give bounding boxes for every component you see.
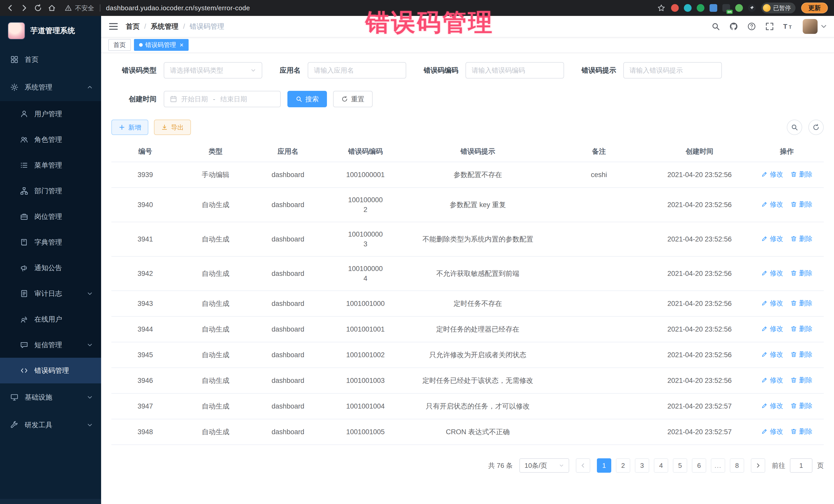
extension-icon[interactable] xyxy=(671,4,679,12)
edit-link[interactable]: 修改 xyxy=(761,268,783,278)
extension-icon[interactable] xyxy=(684,4,692,12)
org-icon xyxy=(20,187,28,195)
delete-link[interactable]: 删除 xyxy=(790,426,812,436)
page-ellipsis[interactable]: ... xyxy=(711,458,725,473)
chevron-down-icon xyxy=(87,394,93,400)
breadcrumb-item[interactable]: 系统管理 xyxy=(151,22,179,31)
header-search-icon[interactable] xyxy=(711,22,720,31)
delete-link[interactable]: 删除 xyxy=(790,401,812,411)
update-button[interactable]: 更新 xyxy=(801,3,828,13)
help-icon[interactable] xyxy=(747,22,756,31)
next-page-button[interactable] xyxy=(751,458,765,473)
sidebar-item-dict[interactable]: 字典管理 xyxy=(0,229,101,255)
address-bar[interactable]: dashboard.yudao.iocoder.cn/system/error-… xyxy=(106,4,250,12)
back-icon[interactable] xyxy=(6,4,14,12)
sidebar-item-online-user[interactable]: 在线用户 xyxy=(0,306,101,332)
bookmark-star-icon[interactable] xyxy=(657,4,665,12)
edit-link[interactable]: 修改 xyxy=(761,426,783,436)
edit-link[interactable]: 修改 xyxy=(761,234,783,243)
refresh-icon[interactable] xyxy=(34,4,42,12)
sidebar-item-menu[interactable]: 菜单管理 xyxy=(0,152,101,178)
edit-link[interactable]: 修改 xyxy=(761,169,783,179)
error-msg-input[interactable] xyxy=(623,62,722,79)
page-size-select[interactable]: 10条/页 xyxy=(520,458,569,473)
edit-link[interactable]: 修改 xyxy=(761,199,783,209)
sidebar-item-error-code[interactable]: 错误码管理 xyxy=(0,358,101,384)
delete-link[interactable]: 删除 xyxy=(790,350,812,359)
actions-cell: 修改删除 xyxy=(750,162,824,188)
logo[interactable]: 芋道管理系统 xyxy=(0,16,101,46)
add-button[interactable]: 新增 xyxy=(111,119,148,135)
edit-link[interactable]: 修改 xyxy=(761,375,783,385)
delete-link[interactable]: 删除 xyxy=(790,169,812,179)
delete-link[interactable]: 删除 xyxy=(790,199,812,209)
forward-icon[interactable] xyxy=(20,4,28,12)
edit-link[interactable]: 修改 xyxy=(761,324,783,334)
sidebar-item-infra[interactable]: 基础设施 xyxy=(0,384,101,411)
sidebar-item-sms[interactable]: 短信管理 xyxy=(0,332,101,358)
font-size-icon[interactable]: TT xyxy=(783,22,793,31)
security-indicator[interactable]: 不安全 xyxy=(65,4,94,12)
hamburger-icon[interactable] xyxy=(109,23,118,30)
goto-page-input[interactable] xyxy=(790,458,812,473)
toggle-search-button[interactable] xyxy=(787,119,802,135)
sidebar-item-audit-log[interactable]: 审计日志 xyxy=(0,281,101,306)
message-cell: CRON 表达式不正确 xyxy=(407,419,549,445)
sidebar-item-post[interactable]: 岗位管理 xyxy=(0,204,101,229)
sidebar-item-home[interactable]: 首页 xyxy=(0,46,101,73)
error-type-select[interactable]: 请选择错误码类型 xyxy=(164,62,262,79)
date-range-picker[interactable]: 开始日期 - 结束日期 xyxy=(164,91,281,107)
page-button[interactable]: 6 xyxy=(692,458,706,473)
sidebar-item-user[interactable]: 用户管理 xyxy=(0,101,101,127)
user-avatar-menu[interactable] xyxy=(803,19,826,34)
edit-link[interactable]: 修改 xyxy=(761,401,783,411)
table-row: 3940自动生成dashboard100100000 2参数配置 key 重复2… xyxy=(111,188,824,222)
range-separator: - xyxy=(213,95,215,103)
sidebar-item-dev-tools[interactable]: 研发工具 xyxy=(0,411,101,439)
breadcrumb: 首页/系统管理/错误码管理 xyxy=(126,22,224,31)
page-button[interactable]: 1 xyxy=(597,458,611,473)
extension-icon[interactable] xyxy=(697,4,704,12)
refresh-table-button[interactable] xyxy=(808,119,824,135)
sidebar-item-notice[interactable]: 通知公告 xyxy=(0,255,101,281)
github-icon[interactable] xyxy=(729,22,738,31)
app-name-input[interactable] xyxy=(308,62,406,79)
page-button[interactable]: 2 xyxy=(616,458,630,473)
tag-active[interactable]: 错误码管理× xyxy=(134,39,189,51)
edit-link[interactable]: 修改 xyxy=(761,350,783,359)
megaphone-icon xyxy=(20,264,28,272)
page-button[interactable]: 5 xyxy=(673,458,687,473)
app-cell: dashboard xyxy=(252,368,324,393)
delete-link[interactable]: 删除 xyxy=(790,268,812,278)
edit-link[interactable]: 修改 xyxy=(761,298,783,308)
delete-link[interactable]: 删除 xyxy=(790,234,812,243)
error-code-input[interactable] xyxy=(465,62,564,79)
sidebar-footer xyxy=(0,499,101,504)
export-button[interactable]: 导出 xyxy=(154,119,191,135)
type-cell: 自动生成 xyxy=(179,256,252,291)
home-icon[interactable] xyxy=(48,4,56,12)
pin-icon[interactable] xyxy=(748,4,756,12)
profile-paused-chip[interactable]: 已暂停 xyxy=(761,3,795,13)
table-row: 3943自动生成dashboard1001001000定时任务不存在2021-0… xyxy=(111,291,824,316)
delete-link[interactable]: 删除 xyxy=(790,324,812,334)
search-button[interactable]: 搜索 xyxy=(287,91,327,107)
delete-link[interactable]: 删除 xyxy=(790,375,812,385)
fullscreen-icon[interactable] xyxy=(765,22,774,31)
message-cell: 定时任务已经处于该状态，无需修改 xyxy=(407,368,549,393)
page-button[interactable]: 8 xyxy=(730,458,744,473)
extension-icon[interactable] xyxy=(709,4,717,12)
prev-page-button[interactable] xyxy=(576,458,590,473)
page-button[interactable]: 3 xyxy=(635,458,649,473)
extension-icon[interactable]: on xyxy=(722,4,730,12)
reset-button[interactable]: 重置 xyxy=(333,91,373,107)
sidebar-item-system[interactable]: 系统管理 xyxy=(0,73,101,101)
sidebar-item-role[interactable]: 角色管理 xyxy=(0,127,101,152)
extension-icon[interactable] xyxy=(735,4,743,12)
sidebar-item-dept[interactable]: 部门管理 xyxy=(0,178,101,204)
delete-link[interactable]: 删除 xyxy=(790,298,812,308)
tag-item[interactable]: 首页 xyxy=(108,39,131,51)
tag-close-icon[interactable]: × xyxy=(180,42,183,48)
page-button[interactable]: 4 xyxy=(654,458,668,473)
breadcrumb-item[interactable]: 首页 xyxy=(126,22,139,31)
